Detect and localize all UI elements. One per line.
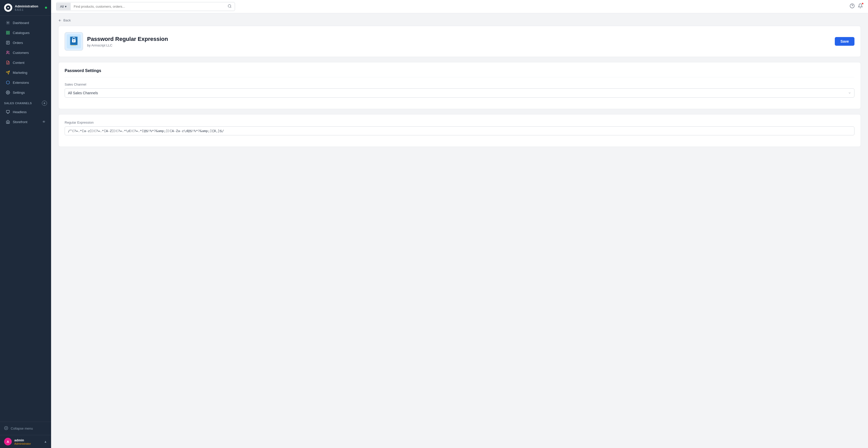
svg-rect-4	[6, 33, 8, 34]
plugin-header-card: ★★★★★ Password Regular Expression by Arm…	[58, 26, 861, 57]
svg-point-10	[7, 92, 8, 93]
save-button[interactable]: Save	[835, 37, 855, 46]
search-input[interactable]	[70, 3, 224, 10]
storefront-icon	[6, 120, 10, 124]
user-row[interactable]: A admin Administrator ▲	[0, 435, 51, 448]
user-chevron-icon: ▲	[44, 440, 47, 443]
sales-channel-field: Sales Channel All Sales Channels	[65, 83, 855, 98]
sidebar-item-settings[interactable]: Settings	[2, 88, 50, 97]
back-link[interactable]: Back	[58, 19, 71, 22]
orders-label: Orders	[13, 41, 23, 45]
marketing-label: Marketing	[13, 71, 27, 74]
svg-rect-3	[8, 31, 9, 32]
storefront-label: Storefront	[13, 120, 27, 124]
orders-icon	[6, 40, 10, 45]
marketing-icon	[6, 70, 10, 75]
sidebar-header: Administration 6.6.0.1	[0, 0, 51, 15]
main-nav: Dashboard Catalogues Orders Customers	[0, 15, 51, 422]
sales-channels-label: Sales Channels	[4, 102, 32, 105]
svg-text:★★★★★: ★★★★★	[71, 45, 76, 46]
search-wrapper: All ▾	[56, 2, 235, 11]
sales-channel-label: Sales Channel	[65, 83, 855, 86]
search-submit-button[interactable]	[224, 2, 235, 11]
svg-rect-11	[6, 110, 9, 113]
add-sales-channel-button[interactable]: +	[42, 101, 47, 106]
collapse-menu-button[interactable]: Collapse menu	[4, 424, 47, 433]
sidebar-item-extensions[interactable]: Extensions	[2, 78, 50, 87]
avatar: A	[4, 438, 12, 445]
notifications-button[interactable]	[858, 3, 863, 10]
regex-field: Regular Expression	[65, 121, 855, 135]
svg-point-13	[228, 5, 231, 7]
topbar-icons	[849, 3, 863, 10]
search-all-chevron-icon: ▾	[65, 5, 67, 8]
dashboard-label: Dashboard	[13, 21, 29, 25]
sales-channels-section: Sales Channels +	[0, 98, 51, 107]
plugin-name: Password Regular Expression	[87, 36, 831, 42]
svg-rect-5	[8, 33, 9, 34]
plugin-title-area: Password Regular Expression by Armscript…	[87, 36, 831, 47]
regex-label: Regular Expression	[65, 121, 855, 124]
svg-point-22	[73, 40, 74, 41]
svg-line-14	[230, 7, 231, 8]
collapse-label: Collapse menu	[11, 426, 33, 430]
sidebar-item-marketing[interactable]: Marketing	[2, 68, 50, 77]
back-arrow-icon	[58, 19, 62, 22]
customers-label: Customers	[13, 51, 29, 55]
sidebar-item-headless[interactable]: Headless	[2, 107, 50, 117]
app-name: Administration	[15, 4, 42, 8]
app-logo	[4, 4, 12, 12]
online-indicator	[45, 7, 47, 9]
search-all-button[interactable]: All ▾	[57, 3, 70, 10]
plugin-logo: ★★★★★	[65, 32, 83, 51]
topbar: All ▾	[51, 0, 868, 13]
extensions-icon	[6, 80, 10, 85]
regex-input[interactable]	[65, 126, 855, 135]
headless-label: Headless	[13, 110, 27, 114]
dashboard-icon	[6, 21, 10, 25]
plugin-by: by Armscript LLC	[87, 43, 831, 47]
regex-card: Regular Expression	[58, 114, 861, 147]
svg-point-1	[7, 22, 8, 23]
sidebar-item-storefront[interactable]: Storefront 👁	[2, 117, 50, 127]
password-settings-card: Password Settings Sales Channel All Sale…	[58, 62, 861, 109]
page-content: Back	[51, 13, 868, 448]
sidebar-item-orders[interactable]: Orders	[2, 38, 50, 47]
main-area: All ▾ Back	[51, 0, 868, 448]
sales-channel-select[interactable]: All Sales Channels	[65, 88, 855, 98]
help-icon	[849, 3, 855, 8]
content-icon	[6, 60, 10, 65]
sidebar: Administration 6.6.0.1 Dashboard Catalog…	[0, 0, 51, 448]
svg-point-7	[7, 51, 8, 52]
help-button[interactable]	[849, 3, 855, 10]
svg-rect-2	[6, 31, 8, 32]
catalogues-label: Catalogues	[13, 31, 30, 35]
user-name: admin	[14, 438, 41, 442]
app-version: 6.6.0.1	[15, 8, 42, 11]
password-settings-title: Password Settings	[65, 68, 855, 77]
storefront-eye-icon: 👁	[42, 120, 45, 124]
sidebar-item-dashboard[interactable]: Dashboard	[2, 18, 50, 28]
customers-icon	[6, 50, 10, 55]
settings-icon	[6, 90, 10, 95]
sidebar-item-content[interactable]: Content	[2, 58, 50, 67]
search-all-label: All	[60, 5, 64, 8]
catalogues-icon	[6, 30, 10, 35]
back-label: Back	[63, 19, 71, 22]
sidebar-item-customers[interactable]: Customers	[2, 48, 50, 58]
settings-label: Settings	[13, 91, 25, 95]
sidebar-footer: Collapse menu	[0, 422, 51, 435]
headless-icon	[6, 109, 10, 114]
content-label: Content	[13, 61, 25, 65]
sidebar-item-catalogues[interactable]: Catalogues	[2, 28, 50, 37]
extensions-label: Extensions	[13, 81, 29, 85]
user-role: Administrator	[14, 442, 41, 445]
notification-badge	[861, 2, 864, 5]
collapse-icon	[4, 426, 8, 431]
user-info: admin Administrator	[14, 438, 41, 445]
search-icon	[227, 4, 232, 8]
app-info: Administration 6.6.0.1	[15, 4, 42, 11]
